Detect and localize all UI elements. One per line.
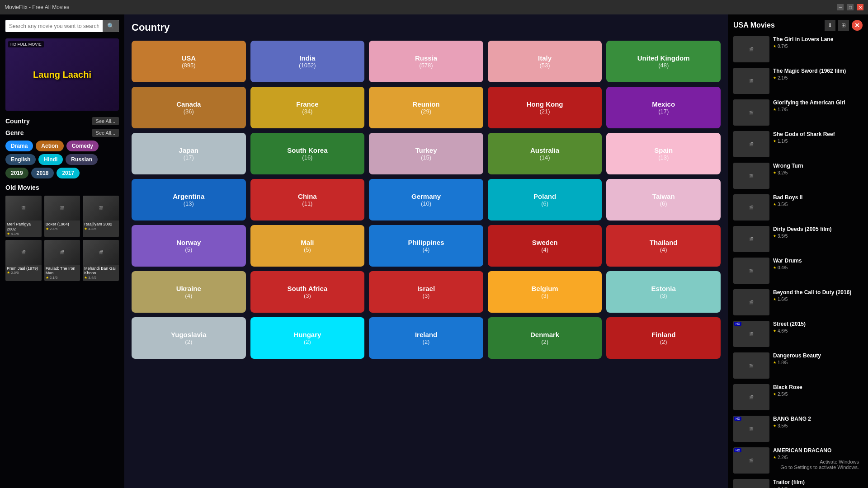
old-movie-card[interactable]: 🎬 Meri Partigya 2002 ★ 4.1/5 bbox=[5, 196, 42, 237]
movie-item-rating: ★ 4.6/5 bbox=[773, 328, 863, 333]
movie-item-rating: ★ 3.5/5 bbox=[773, 202, 863, 207]
country-count: (15) bbox=[421, 154, 431, 161]
movie-item-rating: ★ 2.1/5 bbox=[773, 75, 863, 80]
featured-movie[interactable]: HD FULL MOVIE Laung Laachi bbox=[5, 38, 119, 111]
movie-item-title: War Drums bbox=[773, 258, 863, 264]
panel-download-btn[interactable]: ⬇ bbox=[825, 20, 835, 31]
country-card-philippines[interactable]: Philippines (4) bbox=[369, 225, 483, 267]
country-card-israel[interactable]: Israel (3) bbox=[369, 271, 483, 313]
close-btn[interactable]: ✕ bbox=[857, 4, 863, 10]
country-card-argentina[interactable]: Argentina (13) bbox=[132, 179, 246, 221]
old-movie-card[interactable]: 🎬 Mehandi Ban Gai Khoon ★ 3.4/5 bbox=[83, 240, 119, 282]
country-card-poland[interactable]: Poland (6) bbox=[488, 179, 602, 221]
search-button[interactable]: 🔍 bbox=[103, 20, 119, 32]
movie-list-item[interactable]: 🎬 Wrong Turn ★ 3.2/5 bbox=[733, 163, 863, 189]
movie-list-item[interactable]: 🎬 Dirty Deeds (2005 film) ★ 3.5/5 bbox=[733, 226, 863, 252]
old-movies-grid: 🎬 Meri Partigya 2002 ★ 4.1/5 🎬 Boxer (19… bbox=[5, 196, 119, 281]
movie-item-thumbnail: 🎬 bbox=[733, 99, 769, 126]
country-card-hong-kong[interactable]: Hong Kong (21) bbox=[488, 87, 602, 128]
country-card-mexico[interactable]: Mexico (17) bbox=[606, 87, 721, 128]
movie-list-item[interactable]: HD 🎬 AMERICAN DRACANO ★ 2.2/5 bbox=[733, 447, 863, 474]
genre-tag-2018[interactable]: 2018 bbox=[31, 168, 54, 178]
country-count: (17) bbox=[658, 108, 669, 115]
genre-tag-drama[interactable]: Drama bbox=[5, 141, 33, 151]
country-card-japan[interactable]: Japan (17) bbox=[132, 133, 246, 174]
old-movie-card[interactable]: 🎬 Faulad: The Iron Man ★ 2.1/5 bbox=[44, 240, 80, 282]
page-title: Country bbox=[132, 22, 721, 33]
country-card-south-korea[interactable]: South Korea (16) bbox=[250, 133, 365, 174]
country-card-canada[interactable]: Canada (36) bbox=[132, 87, 246, 128]
movie-list-item[interactable]: HD 🎬 BANG BANG 2 ★ 3.5/5 bbox=[733, 416, 863, 442]
country-card-spain[interactable]: Spain (13) bbox=[606, 133, 721, 174]
movie-list-item[interactable]: 🎬 The Magic Sword (1962 film) ★ 2.1/5 bbox=[733, 68, 863, 94]
genre-tag-2019[interactable]: 2019 bbox=[5, 168, 28, 178]
country-count: (21) bbox=[540, 108, 550, 115]
genre-tag-english[interactable]: English bbox=[5, 154, 36, 165]
country-card-yugoslavia[interactable]: Yugoslavia (2) bbox=[132, 317, 246, 359]
country-card-australia[interactable]: Australia (14) bbox=[488, 133, 602, 174]
country-card-south-africa[interactable]: South Africa (3) bbox=[250, 271, 365, 313]
movie-list-item[interactable]: 🎬 Traitor (film) ★ 2.1/5 bbox=[733, 479, 863, 488]
maximize-btn[interactable]: □ bbox=[847, 4, 854, 10]
country-card-india[interactable]: India (1052) bbox=[250, 41, 365, 82]
country-card-hungary[interactable]: Hungary (2) bbox=[250, 317, 365, 359]
movie-name: Prem Jaal (1979) bbox=[7, 266, 40, 271]
country-card-france[interactable]: France (34) bbox=[250, 87, 365, 128]
country-card-norway[interactable]: Norway (5) bbox=[132, 225, 246, 267]
country-card-mali[interactable]: Mali (5) bbox=[250, 225, 365, 267]
genre-tag-hindi[interactable]: Hindi bbox=[38, 154, 63, 165]
genre-tag-comedy[interactable]: Comedy bbox=[66, 141, 99, 151]
country-card-belgium[interactable]: Belgium (3) bbox=[488, 271, 602, 313]
search-input[interactable] bbox=[5, 20, 103, 32]
country-card-denmark[interactable]: Denmark (2) bbox=[488, 317, 602, 359]
country-card-ukraine[interactable]: Ukraine (4) bbox=[132, 271, 246, 313]
country-count: (17) bbox=[184, 154, 194, 161]
country-section-header: Country See All... bbox=[5, 117, 119, 125]
country-card-ireland[interactable]: Ireland (2) bbox=[369, 317, 483, 359]
movie-list-item[interactable]: 🎬 Dangerous Beauty ★ 1.8/5 bbox=[733, 352, 863, 379]
country-card-united-kingdom[interactable]: United Kingdom (48) bbox=[606, 41, 721, 82]
window-controls: ─ □ ✕ bbox=[837, 4, 863, 10]
country-card-turkey[interactable]: Turkey (15) bbox=[369, 133, 483, 174]
movie-list-item[interactable]: 🎬 She Gods of Shark Reef ★ 1.1/5 bbox=[733, 131, 863, 157]
movie-list-item[interactable]: 🎬 War Drums ★ 0.4/5 bbox=[733, 258, 863, 284]
country-card-russia[interactable]: Russia (578) bbox=[369, 41, 483, 82]
old-movie-card[interactable]: 🎬 Raajjiyam 2002 ★ 4.3/5 bbox=[83, 196, 119, 237]
country-count: (53) bbox=[540, 62, 550, 69]
country-card-china[interactable]: China (11) bbox=[250, 179, 365, 221]
movie-thumbnail: 🎬 bbox=[44, 196, 80, 221]
search-bar[interactable]: 🔍 bbox=[5, 20, 119, 32]
movie-rating: ★ 4.1/5 bbox=[7, 232, 40, 236]
movie-list-item[interactable]: 🎬 Beyond the Call to Duty (2016) ★ 1.6/5 bbox=[733, 289, 863, 315]
country-card-germany[interactable]: Germany (10) bbox=[369, 179, 483, 221]
movie-list-item[interactable]: 🎬 Black Rose ★ 2.5/5 bbox=[733, 384, 863, 410]
minimize-btn[interactable]: ─ bbox=[837, 4, 844, 10]
panel-grid-btn[interactable]: ⊞ bbox=[838, 20, 849, 31]
country-card-usa[interactable]: USA (895) bbox=[132, 41, 246, 82]
country-card-finland[interactable]: Finland (2) bbox=[606, 317, 721, 359]
country-card-estonia[interactable]: Estonia (3) bbox=[606, 271, 721, 313]
movie-item-title: The Magic Sword (1962 film) bbox=[773, 68, 863, 74]
panel-title: USA Movies bbox=[733, 21, 775, 29]
panel-close-btn[interactable]: ✕ bbox=[852, 20, 863, 31]
movie-item-thumbnail: HD 🎬 bbox=[733, 447, 769, 474]
movie-list-item[interactable]: 🎬 The Girl in Lovers Lane ★ 0.7/5 bbox=[733, 36, 863, 62]
movie-list-item[interactable]: 🎬 Glorifying the American Girl ★ 1.7/5 bbox=[733, 99, 863, 126]
old-movie-card[interactable]: 🎬 Prem Jaal (1979) ★ 2.5/5 bbox=[5, 240, 42, 282]
country-count: (2) bbox=[304, 338, 311, 345]
country-card-taiwan[interactable]: Taiwan (6) bbox=[606, 179, 721, 221]
country-card-reunion[interactable]: Reunion (29) bbox=[369, 87, 483, 128]
genre-tag-2017[interactable]: 2017 bbox=[57, 168, 80, 178]
movie-list-item[interactable]: HD 🎬 Street (2015) ★ 4.6/5 bbox=[733, 321, 863, 347]
country-name: Spain bbox=[654, 146, 673, 154]
country-see-all[interactable]: See All... bbox=[92, 117, 119, 125]
country-card-thailand[interactable]: Thailand (4) bbox=[606, 225, 721, 267]
country-name: Ukraine bbox=[176, 285, 201, 292]
genre-tag-action[interactable]: Action bbox=[36, 141, 63, 151]
country-card-italy[interactable]: Italy (53) bbox=[488, 41, 602, 82]
genre-tag-russian[interactable]: Russian bbox=[66, 154, 98, 165]
movie-list-item[interactable]: 🎬 Bad Boys II ★ 3.5/5 bbox=[733, 194, 863, 221]
old-movie-card[interactable]: 🎬 Boxer (1984) ★ 2.4/5 bbox=[44, 196, 80, 237]
country-card-sweden[interactable]: Sweden (4) bbox=[488, 225, 602, 267]
genre-see-all[interactable]: See All... bbox=[92, 129, 119, 137]
